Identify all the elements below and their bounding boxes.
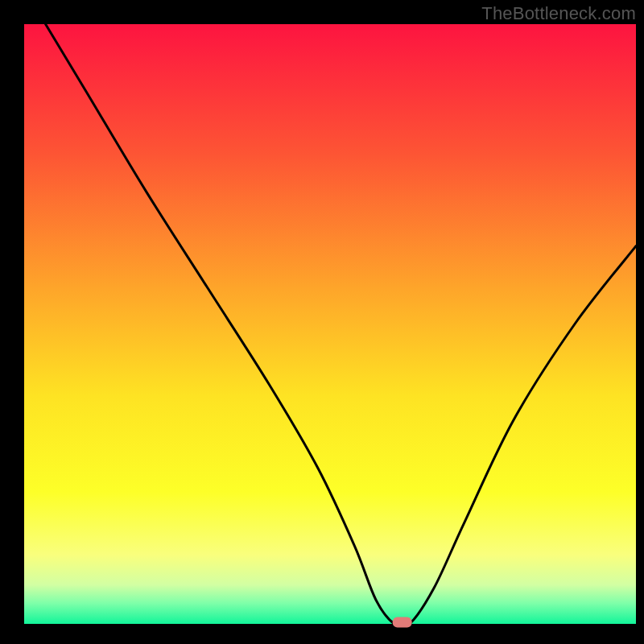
plot-background bbox=[24, 24, 636, 624]
watermark-text: TheBottleneck.com bbox=[481, 3, 636, 24]
bottleneck-chart bbox=[0, 0, 644, 644]
chart-container: TheBottleneck.com bbox=[0, 0, 644, 644]
optimal-marker bbox=[393, 617, 412, 628]
